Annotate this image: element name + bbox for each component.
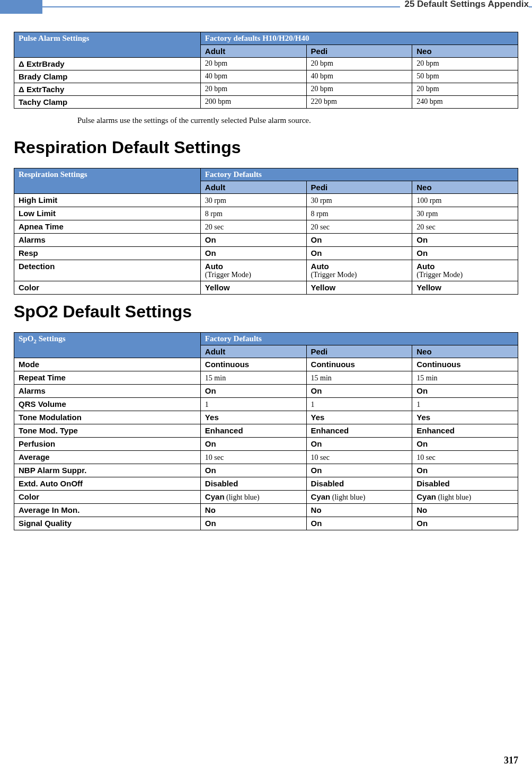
pulse-col-adult: Adult xyxy=(200,45,306,58)
cell-adult: On xyxy=(200,517,306,530)
table-row: RespOnOnOn xyxy=(14,247,518,260)
cell-neo: 50 bpm xyxy=(412,70,518,83)
row-label: Low Limit xyxy=(14,207,201,220)
header-tab xyxy=(0,0,42,14)
spo2-table-heading-right: Factory Defaults xyxy=(200,333,518,345)
table-row: AlarmsOnOnOn xyxy=(14,385,518,398)
cell-pedi: On xyxy=(306,464,412,477)
cell-neo: Yes xyxy=(412,411,518,424)
cell-pedi: On xyxy=(306,234,412,247)
cell-pedi: 20 sec xyxy=(306,220,412,234)
cell-neo: 15 min xyxy=(412,371,518,385)
cell-neo: On xyxy=(412,438,518,451)
cell-pedi: 40 bpm xyxy=(306,70,412,83)
table-row: Extd. Auto OnOffDisabledDisabledDisabled xyxy=(14,477,518,491)
cell-neo: 10 sec xyxy=(412,451,518,464)
row-label: Average xyxy=(14,451,201,464)
pulse-alarm-table: Pulse Alarm Settings Factory defaults H1… xyxy=(14,32,518,109)
cell-pedi: On xyxy=(306,438,412,451)
cell-adult: On xyxy=(200,385,306,398)
cell-adult: 20 bpm xyxy=(200,58,306,70)
cell-adult: Cyan (light blue) xyxy=(200,491,306,504)
row-label: Brady Clamp xyxy=(14,70,201,83)
table-row: Tone ModulationYesYesYes xyxy=(14,411,518,424)
cell-neo: 100 rpm xyxy=(412,194,518,207)
row-label: Tone Modulation xyxy=(14,411,201,424)
cell-pedi: Cyan (light blue) xyxy=(306,491,412,504)
row-label: Perfusion xyxy=(14,438,201,451)
cell-adult: Continuous xyxy=(200,358,306,371)
spo2-suffix: Settings xyxy=(37,334,66,343)
resp-col-neo: Neo xyxy=(412,181,518,194)
cell-adult: Yes xyxy=(200,411,306,424)
cell-pedi: Auto(Trigger Mode) xyxy=(306,260,412,281)
row-label: Color xyxy=(14,491,201,504)
resp-table-heading-left: Respiration Settings xyxy=(14,168,201,194)
spo2-table-heading-left: SpO2 Settings xyxy=(14,333,201,358)
row-label: Color xyxy=(14,281,201,295)
cell-neo: On xyxy=(412,234,518,247)
cell-adult: 20 bpm xyxy=(200,83,306,96)
table-row: Low Limit8 rpm8 rpm30 rpm xyxy=(14,207,518,220)
resp-table-heading-right: Factory Defaults xyxy=(200,168,518,181)
page-header: 25 Default Settings Appendix xyxy=(0,0,532,13)
cell-neo: No xyxy=(412,504,518,517)
row-label: Resp xyxy=(14,247,201,260)
cell-neo: 20 sec xyxy=(412,220,518,234)
resp-col-adult: Adult xyxy=(200,181,306,194)
cell-pedi: 20 bpm xyxy=(306,83,412,96)
spo2-heading: SpO2 Default Settings xyxy=(14,302,518,322)
cell-adult: 10 sec xyxy=(200,451,306,464)
table-row: NBP Alarm Suppr.OnOnOn xyxy=(14,464,518,477)
table-row: ColorYellowYellowYellow xyxy=(14,281,518,295)
table-row: Brady Clamp40 bpm40 bpm50 bpm xyxy=(14,70,518,83)
row-label: Tachy Clamp xyxy=(14,96,201,109)
cell-adult: 200 bpm xyxy=(200,96,306,109)
cell-pedi: On xyxy=(306,247,412,260)
page-number: 317 xyxy=(504,755,518,766)
cell-pedi: 10 sec xyxy=(306,451,412,464)
cell-neo: Enhanced xyxy=(412,424,518,438)
row-label: Alarms xyxy=(14,385,201,398)
respiration-heading: Respiration Default Settings xyxy=(14,138,518,157)
cell-neo: Auto(Trigger Mode) xyxy=(412,260,518,281)
cell-adult: 8 rpm xyxy=(200,207,306,220)
cell-adult: 15 min xyxy=(200,371,306,385)
row-label: Δ ExtrBrady xyxy=(14,58,201,70)
spo2-col-adult: Adult xyxy=(200,345,306,358)
cell-pedi: Disabled xyxy=(306,477,412,491)
cell-neo: Continuous xyxy=(412,358,518,371)
pulse-table-heading-left: Pulse Alarm Settings xyxy=(14,32,201,58)
table-row: Tachy Clamp200 bpm220 bpm240 bpm xyxy=(14,96,518,109)
spo2-col-pedi: Pedi xyxy=(306,345,412,358)
cell-adult: On xyxy=(200,438,306,451)
table-row: High Limit30 rpm30 rpm100 rpm xyxy=(14,194,518,207)
row-label: NBP Alarm Suppr. xyxy=(14,464,201,477)
cell-pedi: No xyxy=(306,504,412,517)
page-header-title: 25 Default Settings Appendix xyxy=(400,0,529,10)
table-row: AlarmsOnOnOn xyxy=(14,234,518,247)
table-row: Apnea Time20 sec20 sec20 sec xyxy=(14,220,518,234)
cell-pedi: On xyxy=(306,385,412,398)
table-row: ModeContinuousContinuousContinuous xyxy=(14,358,518,371)
spo2-col-neo: Neo xyxy=(412,345,518,358)
row-label: Average In Mon. xyxy=(14,504,201,517)
table-row: Repeat Time15 min15 min15 min xyxy=(14,371,518,385)
table-row: ColorCyan (light blue)Cyan (light blue)C… xyxy=(14,491,518,504)
cell-pedi: 220 bpm xyxy=(306,96,412,109)
cell-neo: On xyxy=(412,385,518,398)
cell-neo: Yellow xyxy=(412,281,518,295)
cell-pedi: Enhanced xyxy=(306,424,412,438)
cell-neo: 30 rpm xyxy=(412,207,518,220)
cell-neo: 20 bpm xyxy=(412,83,518,96)
cell-neo: 20 bpm xyxy=(412,58,518,70)
cell-adult: Disabled xyxy=(200,477,306,491)
table-row: Tone Mod. TypeEnhancedEnhancedEnhanced xyxy=(14,424,518,438)
table-row: Δ ExtrTachy20 bpm20 bpm20 bpm xyxy=(14,83,518,96)
cell-neo: Cyan (light blue) xyxy=(412,491,518,504)
row-label: Tone Mod. Type xyxy=(14,424,201,438)
pulse-table-heading-right: Factory defaults H10/H20/H40 xyxy=(200,32,518,45)
respiration-table: Respiration Settings Factory Defaults Ad… xyxy=(14,168,518,295)
cell-neo: 1 xyxy=(412,398,518,411)
cell-pedi: Continuous xyxy=(306,358,412,371)
